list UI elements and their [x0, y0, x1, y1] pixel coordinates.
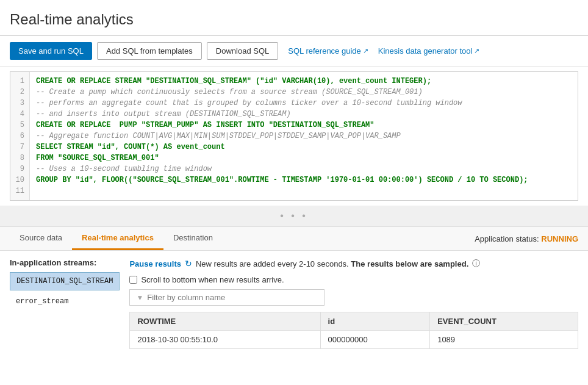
download-sql-button[interactable]: Download SQL: [207, 42, 278, 60]
scroll-option: Scroll to bottom when new results arrive…: [129, 275, 578, 284]
scroll-checkbox[interactable]: [129, 276, 137, 284]
tabs-bar: Source data Real-time analytics Destinat…: [0, 227, 588, 251]
tab-source-data[interactable]: Source data: [10, 227, 72, 250]
results-table: ROWTIME id EVENT_COUNT 2018-10-30 00:55:…: [129, 312, 578, 349]
stream-item-error[interactable]: error_stream: [10, 293, 120, 310]
info-icon[interactable]: ⓘ: [472, 258, 480, 269]
streams-label: In-application streams:: [10, 258, 120, 267]
add-sql-button[interactable]: Add SQL from templates: [97, 42, 202, 60]
column-header-event-count: EVENT_COUNT: [430, 312, 578, 331]
save-run-button[interactable]: Save and run SQL: [10, 42, 92, 60]
content-area: In-application streams: DESTINATION_SQL_…: [0, 251, 588, 356]
status-value: RUNNING: [541, 234, 578, 243]
cell-rowtime: 2018-10-30 00:55:10.0: [130, 331, 320, 349]
refresh-icon: ↻: [185, 259, 192, 268]
external-link-icon-2: ↗: [474, 47, 479, 55]
filter-input[interactable]: [147, 293, 318, 302]
left-panel: In-application streams: DESTINATION_SQL_…: [10, 258, 120, 349]
filter-box: ▼: [129, 289, 324, 306]
stream-item-destination[interactable]: DESTINATION_SQL_STREAM: [10, 272, 120, 290]
sql-code[interactable]: CREATE OR REPLACE STREAM "DESTINATION_SQ…: [30, 72, 534, 200]
column-header-id: id: [320, 312, 430, 331]
results-toolbar: Pause results ↻ New results are added ev…: [129, 258, 578, 269]
app-status: Application status: RUNNING: [475, 234, 578, 243]
sql-editor[interactable]: 1 2 3 4 5 6 7 8 9 10 11 CREATE OR REPLAC…: [10, 71, 578, 201]
pause-results-button[interactable]: Pause results: [129, 259, 181, 268]
cell-id: 000000000: [320, 331, 430, 349]
tab-realtime-analytics[interactable]: Real-time analytics: [72, 227, 163, 250]
scroll-label: Scroll to bottom when new results arrive…: [141, 275, 284, 284]
line-numbers: 1 2 3 4 5 6 7 8 9 10 11: [10, 72, 30, 200]
cell-event-count: 1089: [430, 331, 578, 349]
external-link-icon: ↗: [363, 47, 368, 55]
right-panel: Pause results ↻ New results are added ev…: [129, 258, 578, 349]
results-info: New results are added every 2-10 seconds…: [196, 259, 468, 268]
toolbar: Save and run SQL Add SQL from templates …: [0, 36, 588, 67]
table-row: 2018-10-30 00:55:10.0 000000000 1089: [130, 331, 578, 349]
divider: • • •: [0, 206, 588, 226]
page-title: Real-time analytics: [0, 0, 588, 36]
column-header-rowtime: ROWTIME: [130, 312, 320, 331]
tabs-section: Source data Real-time analytics Destinat…: [0, 226, 588, 356]
sql-reference-link[interactable]: SQL reference guide ↗: [288, 46, 368, 56]
filter-icon: ▼: [136, 293, 143, 302]
kinesis-generator-link[interactable]: Kinesis data generator tool ↗: [378, 46, 480, 56]
tab-destination[interactable]: Destination: [163, 227, 223, 250]
